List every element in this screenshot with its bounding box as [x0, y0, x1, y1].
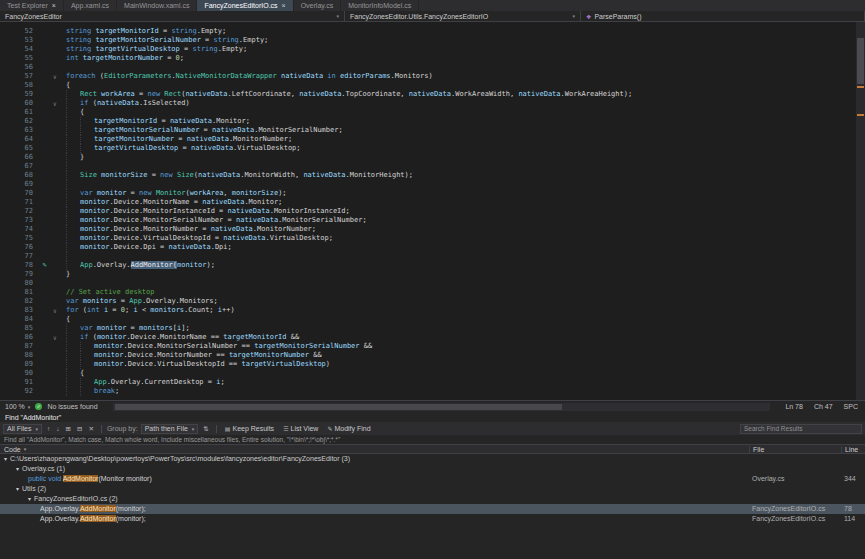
code-line[interactable]: 66} — [0, 153, 865, 162]
previous-result-icon[interactable]: ↑ — [45, 425, 52, 433]
zoom-control[interactable]: 100 % ▾ — [5, 403, 30, 410]
scrollbar-thumb[interactable] — [857, 38, 864, 84]
tab-fancyzoneseditorio-cs[interactable]: FancyZonesEditorIO.cs× — [197, 0, 293, 11]
code-line[interactable]: 87monitor.Device.MonitorSerialNumber == … — [0, 342, 865, 351]
tab-monitorinfomodel-cs[interactable]: MonitorInfoModel.cs — [341, 0, 419, 11]
code-line[interactable]: 81// Set active desktop — [0, 288, 865, 297]
sort-order-icon[interactable]: ⇅ — [201, 425, 210, 433]
code-line[interactable]: 70var monitor = new Monitor(workArea, mo… — [0, 189, 865, 198]
code-line[interactable]: 77 — [0, 252, 865, 261]
code-line[interactable]: 84{ — [0, 315, 865, 324]
code-line[interactable]: 91App.Overlay.CurrentDesktop = i; — [0, 378, 865, 387]
code-line[interactable]: 83∨for (int i = 0; i < monitors.Count; i… — [0, 306, 865, 315]
code-line[interactable]: 86∨if (monitor.Device.MonitorName == tar… — [0, 333, 865, 342]
code-line[interactable]: 68Size monitorSize = new Size(nativeData… — [0, 171, 865, 180]
expander-icon[interactable]: ▾ — [28, 496, 31, 502]
clear-results-icon[interactable]: ✕ — [86, 425, 95, 433]
find-result-group-row[interactable]: ▾Overlay.cs (1) — [0, 464, 865, 474]
fold-chevron-icon[interactable]: ∨ — [53, 72, 66, 81]
code-line[interactable]: 74monitor.Device.MonitorNumber = nativeD… — [0, 225, 865, 234]
expander-icon[interactable]: ▾ — [16, 486, 19, 492]
scope-dropdown[interactable]: All Files ▾ — [3, 424, 42, 434]
tab-close-icon[interactable]: × — [282, 2, 286, 9]
find-result-group-row[interactable]: ▾FancyZonesEditorIO.cs (2) — [0, 494, 865, 504]
code-line[interactable]: 80 — [0, 279, 865, 288]
fold-chevron-icon[interactable]: ∨ — [53, 99, 66, 108]
code-line[interactable]: 72monitor.Device.MonitorInstanceId = nat… — [0, 207, 865, 216]
no-issues-check-icon[interactable]: ✓ — [35, 403, 42, 410]
code-line[interactable]: 62targetMonitorId = nativeData.Monitor; — [0, 117, 865, 126]
collapse-all-icon[interactable]: ⊟ — [75, 425, 84, 433]
code-line[interactable]: 67 — [0, 162, 865, 171]
code-line[interactable]: 59Rect workArea = new Rect(nativeData.Le… — [0, 90, 865, 99]
code-line[interactable]: 57∨foreach (EditorParameters.NativeMonit… — [0, 72, 865, 81]
breadcrumb-member-dropdown[interactable]: ❖ ParseParams() — [581, 11, 865, 21]
editor-horizontal-scrollbar[interactable] — [113, 403, 771, 411]
modify-find-button[interactable]: ✎ Modify Find — [324, 425, 373, 432]
code-line[interactable]: 55int targetMonitorNumber = 0; — [0, 54, 865, 63]
code-line[interactable]: 63targetMonitorSerialNumber = nativeData… — [0, 126, 865, 135]
tab-label: MainWindow.xaml.cs — [124, 2, 189, 9]
fold-margin — [53, 108, 66, 117]
code-line[interactable]: 90{ — [0, 369, 865, 378]
code-text — [66, 279, 865, 288]
tab-test-explorer[interactable]: Test Explorer× — [0, 0, 64, 11]
expander-icon[interactable]: ▾ — [4, 456, 7, 462]
next-result-icon[interactable]: ↓ — [54, 425, 61, 433]
find-result-match-row[interactable]: public void AddMonitor(Monitor monitor)O… — [0, 474, 865, 484]
tab-close-icon[interactable]: × — [52, 2, 56, 9]
column-header-file[interactable]: File — [749, 446, 841, 453]
find-result-group-row[interactable]: ▾Utils (2) — [0, 484, 865, 494]
code-line[interactable]: 76monitor.Device.Dpi = nativeData.Dpi; — [0, 243, 865, 252]
code-line[interactable]: 53string targetMonitorSerialNumber = str… — [0, 36, 865, 45]
code-line[interactable]: 82var monitors = App.Overlay.Monitors; — [0, 297, 865, 306]
find-result-match-row[interactable]: App.Overlay.AddMonitor(monitor);FancyZon… — [0, 504, 865, 514]
tab-mainwindow-xaml-cs[interactable]: MainWindow.xaml.cs — [117, 0, 197, 11]
find-result-match-row[interactable]: App.Overlay.AddMonitor(monitor);FancyZon… — [0, 514, 865, 524]
breadcrumb-project-dropdown[interactable]: FancyZonesEditor ▾ — [0, 11, 345, 21]
code-line[interactable]: 79} — [0, 270, 865, 279]
keep-results-toggle[interactable]: ▤ Keep Results — [222, 425, 277, 432]
expander-icon[interactable]: ▾ — [16, 466, 19, 472]
code-line[interactable]: 78✎App.Overlay.AddMonitor(monitor); — [0, 261, 865, 270]
expand-all-icon[interactable]: ⊞ — [64, 425, 73, 433]
caret-position-group: Ln 78 Ch 47 SPC — [785, 403, 860, 410]
code-line[interactable]: 54string targetVirtualDesktop = string.E… — [0, 45, 865, 54]
fold-chevron-icon[interactable]: ∨ — [53, 306, 66, 315]
group-by-label: Group by: — [107, 425, 138, 432]
code-editor[interactable]: 52string targetMonitorId = string.Empty;… — [0, 22, 865, 400]
code-line[interactable]: 60∨if (nativeData.IsSelected) — [0, 99, 865, 108]
tab-overlay-cs[interactable]: Overlay.cs — [294, 0, 342, 11]
code-line[interactable]: 61{ — [0, 108, 865, 117]
breadcrumb-type-dropdown[interactable]: FancyZonesEditor.Utils.FancyZonesEditorI… — [345, 11, 581, 21]
code-line[interactable]: 52string targetMonitorId = string.Empty; — [0, 27, 865, 36]
code-line[interactable]: 56 — [0, 63, 865, 72]
indent-mode-indicator[interactable]: SPC — [844, 403, 858, 410]
code-line[interactable]: 58{ — [0, 81, 865, 90]
code-line[interactable]: 89monitor.Device.VirtualDesktopId == tar… — [0, 360, 865, 369]
tab-app-xaml-cs[interactable]: App.xaml.cs — [64, 0, 117, 11]
list-view-toggle[interactable]: ☰ List View — [280, 425, 321, 432]
glyph-margin — [36, 234, 53, 243]
search-find-results-input[interactable] — [740, 424, 862, 434]
indent-guide — [66, 369, 80, 378]
code-line[interactable]: 88monitor.Device.MonitorNumber == target… — [0, 351, 865, 360]
group-by-value: Path then File — [145, 425, 188, 432]
code-line[interactable]: 73monitor.Device.MonitorSerialNumber = n… — [0, 216, 865, 225]
code-text: string targetMonitorId = string.Empty; — [66, 27, 865, 36]
code-line[interactable]: 64targetMonitorNumber = nativeData.Monit… — [0, 135, 865, 144]
column-header-line[interactable]: Line — [841, 446, 865, 453]
fold-chevron-icon[interactable]: ∨ — [53, 333, 66, 342]
code-line[interactable]: 71monitor.Device.MonitorName = nativeDat… — [0, 198, 865, 207]
find-result-group-row[interactable]: ▾C:\Users\zhaopengwang\Desktop\powertoys… — [0, 454, 865, 464]
code-line[interactable]: 85var monitor = monitors[i]; — [0, 324, 865, 333]
chevron-down-icon: ▾ — [28, 404, 31, 410]
code-line[interactable]: 92break; — [0, 387, 865, 396]
code-line[interactable]: 65targetVirtualDesktop = nativeData.Virt… — [0, 144, 865, 153]
scrollbar-thumb[interactable] — [115, 404, 562, 410]
column-header-code[interactable]: Code ▾ — [0, 446, 749, 453]
group-by-dropdown[interactable]: Path then File ▾ — [141, 424, 199, 434]
code-line[interactable]: 75monitor.Device.VirtualDesktopId = nati… — [0, 234, 865, 243]
code-line[interactable]: 69 — [0, 180, 865, 189]
editor-vertical-scrollbar[interactable] — [856, 22, 865, 400]
